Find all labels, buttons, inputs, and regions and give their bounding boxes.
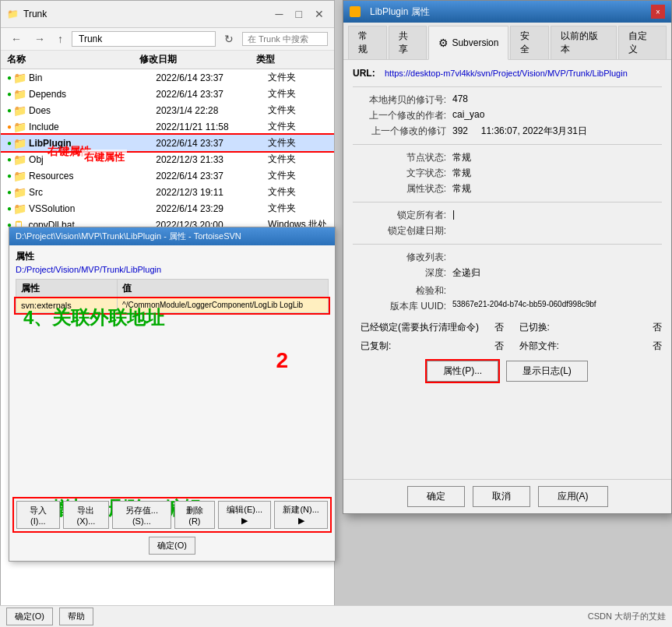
svn-status-icon: ● <box>7 139 12 147</box>
new-btn[interactable]: 新建(N)... ▶ <box>274 501 328 529</box>
footer-bottom-row: 确定(O) 帮助 CSDN 大胡子的艾娃 <box>0 605 672 627</box>
repo-uuid-label: 版本库 UUID: <box>353 300 446 313</box>
tab-share[interactable]: 共享 <box>389 26 427 59</box>
back-btn[interactable]: ← <box>7 30 26 48</box>
properties-btn[interactable]: 属性(P)... <box>427 361 498 382</box>
copied-label: 已复制: <box>361 340 391 353</box>
props-title: D:\Project\Vision\MVP\Trunk\LibPlugin - … <box>16 231 241 242</box>
file-date: 2022/6/14 23:37 <box>156 171 268 181</box>
dialog-ok-btn[interactable]: 确定 <box>407 486 465 507</box>
url-row: URL: https://desktop-m7vl4kk/svn/Project… <box>353 68 662 79</box>
ok-bottom-btn[interactable]: 确定(O) <box>6 608 53 625</box>
file-name: Does <box>29 105 156 116</box>
status-grid: 节点状态: 常规 文字状态: 常规 属性状态: 常规 <box>353 151 662 195</box>
folder-icon: 📁 <box>13 72 26 84</box>
props-ok-row: 确定(O) <box>14 537 330 555</box>
dialog-close-btn[interactable]: × <box>651 5 665 19</box>
file-type: 文件夹 <box>268 87 328 100</box>
col-name-header: 名称 <box>7 53 139 66</box>
flag-locked: 已经锁定(需要执行清理命令) 否 <box>361 321 504 334</box>
import-btn[interactable]: 导入(I)... <box>16 501 60 529</box>
forward-btn[interactable]: → <box>30 30 49 48</box>
help-bottom-btn[interactable]: 帮助 <box>59 608 93 625</box>
separator2 <box>353 144 662 145</box>
file-row[interactable]: ● 📁 Obj 2022/12/3 21:33 文件夹 <box>1 151 334 167</box>
url-label: URL: <box>353 68 380 79</box>
dialog-apply-btn[interactable]: 应用(A) <box>538 486 608 507</box>
tab-subversion[interactable]: ⚙ Subversion <box>428 26 508 60</box>
svn-status-icon: ● <box>7 122 12 131</box>
dialog-bottom-buttons: 确定 取消 应用(A) <box>343 479 671 513</box>
folder-icon: 📁 <box>13 203 26 215</box>
export-btn[interactable]: 导出(X)... <box>63 501 109 529</box>
file-date: 2022/6/14 23:37 <box>156 89 268 100</box>
dialog-icon <box>350 6 361 17</box>
file-name: Resources <box>29 171 156 181</box>
dialog-titlebar: LibPlugin 属性 × <box>343 1 671 23</box>
file-row[interactable]: ● 📁 Src 2022/12/3 19:11 文件夹 <box>1 184 334 200</box>
svn-status-icon: ● <box>7 90 12 98</box>
file-name: Depends <box>29 89 156 100</box>
depth-label: 深度: <box>353 266 446 280</box>
switched-label: 已切换: <box>519 321 550 334</box>
external-value: 否 <box>653 340 662 353</box>
svn-status-icon: ● <box>7 188 12 196</box>
file-type: 文件夹 <box>268 104 328 117</box>
props-ok-btn[interactable]: 确定(O) <box>149 537 195 555</box>
show-log-btn[interactable]: 显示日志(L) <box>506 361 588 382</box>
props-titlebar: D:\Project\Vision\MVP\Trunk\LibPlugin - … <box>9 227 335 245</box>
nav-path[interactable]: Trunk <box>72 31 216 47</box>
checksum-section: 检验和: 版本库 UUID: 53867e21-204d-b74c-bb59-0… <box>353 284 662 313</box>
minimize-btn[interactable]: ─ <box>272 5 287 23</box>
switched-value: 否 <box>653 321 662 334</box>
table-header: 名称 修改日期 类型 <box>1 51 334 69</box>
maximize-btn[interactable]: □ <box>292 5 306 23</box>
props-col-header-name: 属性 <box>16 280 118 298</box>
file-row[interactable]: ● 📁 Depends 2022/6/14 23:37 文件夹 <box>1 86 334 102</box>
props-path: D:/Project/Vision/MVP/Trunk/LibPlugin <box>16 265 329 274</box>
file-row[interactable]: ● 📁 VSSolution 2022/6/14 23:29 文件夹 <box>1 200 334 217</box>
file-explorer-window: 📁 Trunk ─ □ ✕ ← → ↑ Trunk ↻ 名称 修改日期 类型 ●… <box>0 0 335 627</box>
text-status-label: 文字状态: <box>353 167 446 180</box>
svn-status-icon: ● <box>7 204 12 213</box>
annotation-4: 4、关联外联地址 <box>23 305 164 330</box>
close-btn[interactable]: ✕ <box>311 5 328 23</box>
file-list: ● 📁 Bin 2022/6/14 23:37 文件夹 ● 📁 Depends … <box>1 69 334 241</box>
url-value: https://desktop-m7vl4kk/svn/Project/Visi… <box>385 69 628 78</box>
delete-btn[interactable]: 删除(R) <box>174 501 215 529</box>
last-rev-value: 392 11:36:07, 2022年3月31日 <box>452 125 662 138</box>
file-row[interactable]: ● 📁 Bin 2022/6/14 23:37 文件夹 <box>1 69 334 86</box>
refresh-btn[interactable]: ↻ <box>220 30 237 48</box>
info-grid: 本地拷贝的修订号: 478 上一个修改的作者: cai_yao 上一个修改的修订… <box>353 93 662 138</box>
file-row[interactable]: ● 📁 Does 2023/1/4 22:28 文件夹 <box>1 102 334 118</box>
copied-value: 否 <box>494 340 504 353</box>
tab-custom[interactable]: 自定义 <box>618 26 667 59</box>
tab-general[interactable]: 常规 <box>348 26 387 59</box>
file-row[interactable]: ● 📁 Include 2022/11/21 11:58 文件夹 <box>1 118 334 135</box>
file-row[interactable]: ● 📁 Resources 2022/6/14 23:37 文件夹 <box>1 167 334 184</box>
libplugin-file-row[interactable]: ● 📁 LibPlugin 2022/6/14 23:37 文件夹 <box>1 135 334 151</box>
file-name: Include <box>29 122 156 132</box>
revlist-value <box>452 251 662 264</box>
file-type: 文件夹 <box>268 71 328 84</box>
search-input[interactable] <box>242 32 328 46</box>
text-status-value: 常规 <box>452 167 662 180</box>
tab-previous[interactable]: 以前的版本 <box>551 26 617 59</box>
save-as-btn[interactable]: 另存值...(S)... <box>112 501 171 529</box>
libplugin-dialog: LibPlugin 属性 × 常规 共享 ⚙ Subversion 安全 以前的… <box>343 0 672 514</box>
edit-btn[interactable]: 编辑(E)... ▶ <box>218 501 271 529</box>
folder-icon: 📁 <box>13 121 26 133</box>
depth-value: 全递归 <box>452 266 662 280</box>
lock-owner-value: | <box>452 209 662 222</box>
dialog-cancel-btn[interactable]: 取消 <box>473 486 530 507</box>
folder-icon: 📁 <box>13 153 26 166</box>
separator3 <box>353 202 662 203</box>
local-rev-value: 478 <box>452 93 662 107</box>
last-author-label: 上一个修改的作者: <box>353 109 446 122</box>
svn-status-icon: ● <box>7 106 12 114</box>
tab-security[interactable]: 安全 <box>510 26 549 59</box>
up-btn[interactable]: ↑ <box>54 30 67 48</box>
file-name: VSSolution <box>29 203 156 214</box>
file-name: Bin <box>29 72 156 83</box>
prop-status-label: 属性状态: <box>353 182 446 195</box>
